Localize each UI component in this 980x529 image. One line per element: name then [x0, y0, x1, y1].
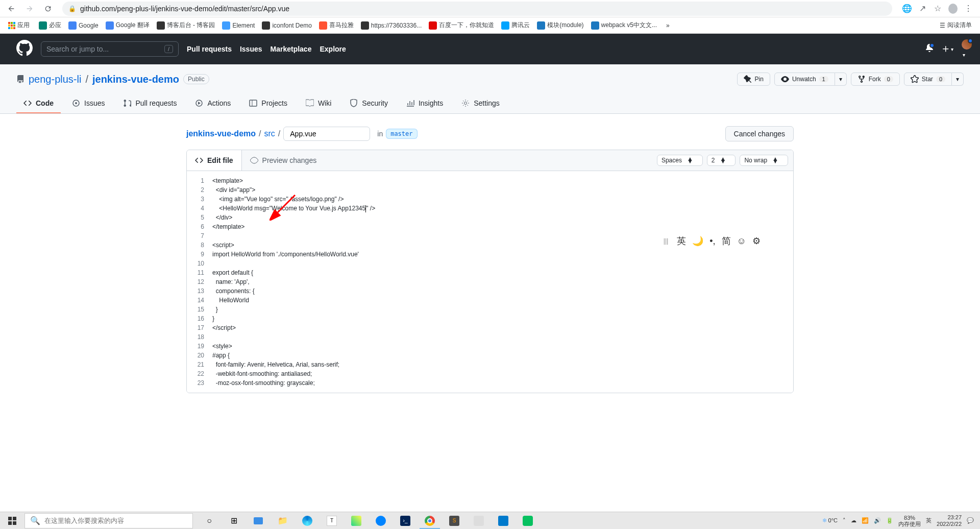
bookmark-item[interactable]: 腾讯云: [498, 19, 533, 32]
visibility-badge: Public: [183, 74, 209, 84]
taskbar-clock[interactable]: 23:27 2022/2/22: [937, 514, 962, 527]
task-edge[interactable]: [295, 512, 320, 529]
menu-icon[interactable]: ⋮: [964, 4, 973, 13]
taskbar-search[interactable]: 🔍: [24, 513, 193, 528]
bookmark-item[interactable]: 模块(module): [534, 19, 586, 32]
tray-volume-icon[interactable]: 🔊: [874, 517, 881, 524]
repo-tab-projects[interactable]: Projects: [242, 94, 295, 113]
task-app1[interactable]: [467, 512, 491, 529]
bookmark-label: 喜马拉雅: [329, 21, 354, 30]
task-sublime[interactable]: S: [442, 512, 467, 529]
bookmark-item[interactable]: iconfont Demo: [259, 19, 314, 32]
task-desktop[interactable]: [246, 512, 271, 529]
code-editor[interactable]: 1<template>2 <div id="app">3 <img alt="V…: [187, 171, 793, 393]
repo-owner-link[interactable]: peng-plus-li: [29, 74, 81, 85]
filename-input[interactable]: [283, 127, 370, 141]
create-new-button[interactable]: ▾: [942, 45, 953, 53]
repo-tab-wiki[interactable]: Wiki: [299, 94, 338, 113]
repo-tab-actions[interactable]: Actions: [188, 94, 238, 113]
watch-button[interactable]: Unwatch 1: [774, 73, 835, 86]
repo-tab-insights[interactable]: Insights: [399, 94, 450, 113]
tab-preview[interactable]: Preview changes: [242, 150, 326, 171]
indent-select[interactable]: Spaces▲▼: [657, 155, 703, 166]
address-bar[interactable]: 🔒: [62, 2, 892, 16]
bookmark-item[interactable]: 喜马拉雅: [316, 19, 357, 32]
task-view[interactable]: ⊞: [222, 512, 246, 529]
task-text[interactable]: T: [320, 512, 344, 529]
ime-settings-icon[interactable]: ⚙: [752, 235, 761, 247]
task-cortana[interactable]: ○: [197, 512, 222, 529]
tray-wifi-icon[interactable]: 📶: [862, 517, 869, 524]
nav-explore[interactable]: Explore: [320, 45, 346, 53]
bookmark-item[interactable]: 百度一下，你就知道: [426, 19, 497, 32]
ime-moon-icon[interactable]: 🌙: [692, 235, 703, 247]
tray-up-icon[interactable]: ˄: [843, 517, 846, 524]
notifications-button[interactable]: [925, 44, 934, 54]
reading-list-button[interactable]: ☰ 阅读清单: [937, 19, 975, 32]
ime-emoji-icon[interactable]: ☺: [737, 236, 746, 247]
github-search[interactable]: Search or jump to... /: [41, 41, 179, 57]
task-files[interactable]: 📁: [271, 512, 295, 529]
share-icon[interactable]: ↗: [918, 4, 927, 13]
task-powershell[interactable]: ›_: [393, 512, 418, 529]
taskbar-lang[interactable]: 英: [926, 517, 932, 524]
tray-battery-icon[interactable]: 🔋: [886, 517, 893, 524]
cancel-button[interactable]: Cancel changes: [725, 126, 794, 141]
star-dropdown[interactable]: ▾: [952, 73, 964, 86]
star-icon[interactable]: ☆: [933, 4, 942, 13]
ime-lang[interactable]: 英: [677, 235, 686, 247]
action-center-icon[interactable]: 💬: [967, 517, 974, 524]
bookmark-item[interactable]: 必应: [36, 19, 64, 32]
user-menu[interactable]: ▾: [962, 39, 972, 59]
ime-drag-icon[interactable]: ⫼: [662, 236, 671, 247]
memory-widget[interactable]: 83%内存使用: [898, 515, 921, 527]
bookmark-label: 必应: [49, 21, 61, 30]
wrap-select[interactable]: No wrap▲▼: [740, 155, 788, 166]
ime-punct[interactable]: •,: [709, 236, 715, 247]
task-chrome[interactable]: [418, 512, 442, 529]
branch-badge[interactable]: master: [386, 129, 417, 139]
task-vscode[interactable]: [491, 512, 516, 529]
tab-edit-file[interactable]: Edit file: [187, 150, 242, 171]
breadcrumb-repo[interactable]: jenkins-vue-demo: [186, 129, 256, 138]
translate-icon[interactable]: 🌐: [902, 4, 912, 13]
tray-icon-1[interactable]: ☁: [851, 517, 856, 524]
taskbar-search-input[interactable]: [44, 517, 187, 524]
fork-button[interactable]: Fork 0: [851, 73, 900, 86]
ime-simplified[interactable]: 简: [722, 235, 731, 247]
bookmark-item[interactable]: Element: [219, 19, 258, 32]
forward-button[interactable]: [22, 2, 37, 16]
bookmark-item[interactable]: Google: [65, 19, 102, 32]
bookmark-item[interactable]: Google 翻译: [103, 19, 153, 32]
repo-name-link[interactable]: jenkins-vue-demo: [92, 74, 179, 85]
repo-tab-code[interactable]: Code: [16, 94, 61, 113]
bookmark-overflow[interactable]: »: [663, 20, 673, 31]
task-pycharm[interactable]: [344, 512, 369, 529]
profile-icon[interactable]: [948, 4, 958, 13]
reload-button[interactable]: [41, 2, 55, 16]
repo-tab-security[interactable]: Security: [342, 94, 395, 113]
repo-tab-pull-requests[interactable]: Pull requests: [116, 94, 184, 113]
start-button[interactable]: [0, 512, 24, 529]
url-input[interactable]: [80, 5, 886, 13]
apps-button[interactable]: 应用: [5, 19, 33, 32]
bookmark-item[interactable]: webpack v5中文文...: [588, 19, 660, 32]
watch-dropdown[interactable]: ▾: [835, 73, 847, 86]
nav-marketplace[interactable]: Marketplace: [271, 45, 312, 53]
back-button[interactable]: [4, 2, 18, 16]
task-todesk[interactable]: [369, 512, 393, 529]
bookmark-item[interactable]: 博客后台 - 博客园: [154, 19, 218, 32]
indent-size-select[interactable]: 2▲▼: [707, 155, 736, 166]
nav-pull-requests[interactable]: Pull requests: [187, 45, 232, 53]
repo-tab-settings[interactable]: Settings: [454, 94, 507, 113]
bookmark-item[interactable]: https://73603336...: [358, 19, 425, 32]
repo-tab-issues[interactable]: Issues: [65, 94, 112, 113]
taskbar-weather[interactable]: ❄ 0°C: [822, 517, 838, 524]
breadcrumb-src[interactable]: src: [264, 129, 275, 138]
star-button[interactable]: Star 0: [904, 73, 952, 86]
task-wechat[interactable]: [516, 512, 540, 529]
editor-box: Edit file Preview changes Spaces▲▼ 2▲▼ N…: [186, 150, 794, 393]
pin-button[interactable]: Pin: [737, 73, 770, 86]
nav-issues[interactable]: Issues: [240, 45, 262, 53]
github-logo[interactable]: [16, 40, 33, 58]
